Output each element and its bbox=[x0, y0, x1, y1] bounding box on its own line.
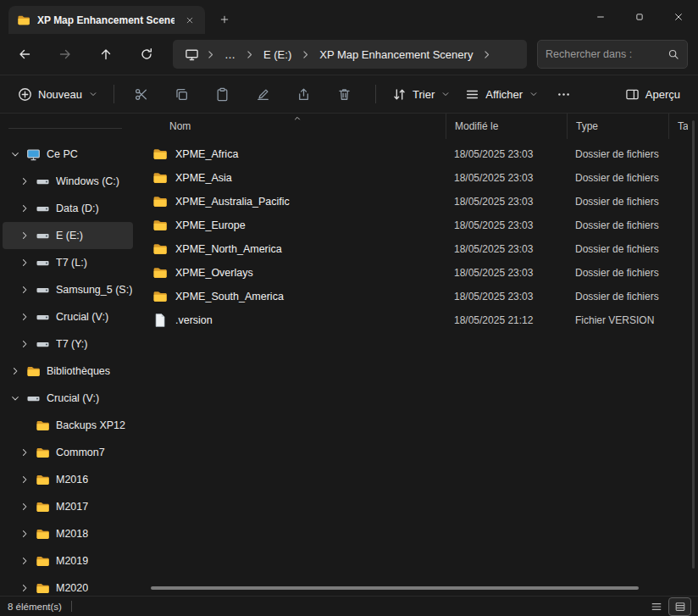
chevron-right-icon[interactable] bbox=[19, 474, 30, 485]
column-headers: Nom Modifié le Type Taille bbox=[149, 114, 688, 139]
file-name: .version bbox=[175, 314, 213, 326]
drive-icon bbox=[36, 256, 50, 270]
chevron-right-icon[interactable] bbox=[19, 556, 30, 566]
file-row[interactable]: XPME_South_America 18/05/2025 23:03 Doss… bbox=[149, 285, 688, 308]
folder-icon bbox=[152, 147, 168, 162]
chevron-right-icon[interactable] bbox=[19, 502, 30, 512]
drive-icon bbox=[36, 202, 50, 216]
sidebar-item-label: E (E:) bbox=[56, 230, 83, 241]
chevron-right-icon[interactable] bbox=[19, 339, 30, 349]
sidebar-item-t7-l[interactable]: T7 (L:) bbox=[3, 249, 133, 276]
chevron-right-icon[interactable] bbox=[19, 258, 30, 268]
minimize-icon bbox=[596, 12, 606, 22]
chevron-right-icon[interactable] bbox=[10, 366, 20, 376]
chevron-right-icon[interactable] bbox=[19, 529, 30, 539]
sidebar-item-data-d[interactable]: Data (D:) bbox=[3, 195, 133, 222]
file-name: XPME_Overlays bbox=[175, 267, 253, 279]
folder-icon bbox=[36, 581, 50, 596]
file-type: Dossier de fichiers bbox=[567, 196, 668, 208]
drive-icon bbox=[36, 310, 50, 325]
new-tab-button[interactable] bbox=[213, 8, 235, 31]
tab-title: XP Map Enhancement Scenery bbox=[37, 14, 174, 26]
folder-icon bbox=[36, 446, 50, 460]
file-row[interactable]: XPME_North_America 18/05/2025 23:03 Doss… bbox=[149, 237, 688, 261]
sidebar-item-m2020[interactable]: M2020 bbox=[3, 574, 133, 596]
drive-icon bbox=[36, 229, 50, 243]
sidebar-item-ce-pc[interactable]: Ce PC bbox=[3, 141, 133, 168]
sidebar-item-crucial-v-expanded[interactable]: Crucial (V:) bbox=[3, 385, 133, 412]
sidebar-item-m2017[interactable]: M2017 bbox=[3, 493, 133, 520]
drive-icon bbox=[36, 283, 50, 297]
chevron-right-icon[interactable] bbox=[19, 583, 30, 593]
sidebar-item-common7[interactable]: Common7 bbox=[3, 439, 133, 466]
folder-icon bbox=[152, 194, 168, 209]
file-modified: 18/05/2025 23:03 bbox=[446, 267, 567, 279]
pc-icon bbox=[26, 147, 41, 162]
drive-icon bbox=[36, 337, 50, 352]
sidebar-item-label: Ce PC bbox=[47, 148, 78, 160]
sidebar-item-bibliotheques[interactable]: Bibliothèques bbox=[3, 358, 133, 385]
chevron-right-icon[interactable] bbox=[19, 230, 30, 241]
file-name: XPME_Europe bbox=[175, 219, 246, 231]
sidebar-item-m2016[interactable]: M2016 bbox=[3, 466, 133, 493]
file-name: XPME_Australia_Pacific bbox=[175, 196, 290, 208]
file-type: Dossier de fichiers bbox=[567, 291, 668, 302]
maximize-icon bbox=[634, 12, 645, 22]
file-row[interactable]: XPME_Europe 18/05/2025 23:03 Dossier de … bbox=[149, 214, 688, 237]
sidebar-item-m2019[interactable]: M2019 bbox=[3, 547, 133, 574]
chevron-right-icon[interactable] bbox=[19, 176, 30, 186]
sidebar-item-samsung-5-s[interactable]: Samsung_5 (S:) bbox=[3, 276, 133, 303]
chevron-down-icon[interactable] bbox=[10, 149, 20, 159]
sidebar-item-e-drive[interactable]: E (E:) bbox=[3, 222, 133, 249]
file-row[interactable]: .version 18/05/2025 21:12 Fichier VERSIO… bbox=[149, 308, 688, 332]
sidebar-item-windows-c[interactable]: Windows (C:) bbox=[3, 168, 133, 195]
file-row[interactable]: XPME_Africa 18/05/2025 23:03 Dossier de … bbox=[149, 142, 688, 166]
sidebar-item-crucial-v[interactable]: Crucial (V:) bbox=[3, 303, 133, 330]
explorer-tab[interactable]: XP Map Enhancement Scenery bbox=[8, 6, 205, 34]
file-row[interactable]: XPME_Australia_Pacific 18/05/2025 23:03 … bbox=[149, 190, 688, 214]
horizontal-scrollbar[interactable] bbox=[151, 586, 639, 590]
file-type: Dossier de fichiers bbox=[567, 267, 668, 279]
file-list: Nom Modifié le Type Taille XPME_Africa 1… bbox=[136, 114, 698, 596]
forward-arrow-icon bbox=[58, 47, 72, 61]
file-name: XPME_Asia bbox=[175, 172, 232, 184]
file-modified: 18/05/2025 21:12 bbox=[446, 314, 567, 326]
folder-icon bbox=[152, 289, 168, 304]
chevron-right-icon[interactable] bbox=[19, 312, 30, 322]
file-name: XPME_North_America bbox=[175, 243, 282, 255]
chevron-right-icon[interactable] bbox=[19, 203, 30, 214]
file-type: Dossier de fichiers bbox=[567, 219, 668, 231]
minimize-button[interactable] bbox=[581, 0, 620, 34]
content-area: Ce PC Windows (C:) Data (D:) E (E:) T7 ( bbox=[0, 114, 698, 596]
file-modified: 18/05/2025 23:03 bbox=[446, 148, 567, 160]
sidebar-item-label: M2018 bbox=[56, 528, 88, 540]
folder-icon bbox=[152, 170, 168, 186]
vertical-scrollbar[interactable] bbox=[692, 120, 695, 569]
maximize-button[interactable] bbox=[620, 0, 659, 34]
chevron-right-icon[interactable] bbox=[19, 285, 30, 295]
sidebar-item-m2018[interactable]: M2018 bbox=[3, 520, 133, 547]
sidebar-item-label: M2016 bbox=[56, 474, 88, 486]
sidebar-item-t7-y[interactable]: T7 (Y:) bbox=[3, 330, 133, 358]
column-header-type[interactable]: Type bbox=[567, 114, 668, 139]
chevron-down-icon[interactable] bbox=[10, 393, 20, 403]
column-header-modified[interactable]: Modifié le bbox=[446, 114, 567, 139]
file-type: Fichier VERSION bbox=[567, 314, 668, 326]
file-row[interactable]: XPME_Asia 18/05/2025 23:03 Dossier de fi… bbox=[149, 166, 688, 190]
file-modified: 18/05/2025 23:03 bbox=[446, 291, 567, 302]
sidebar-item-label: M2019 bbox=[56, 555, 88, 567]
file-name: XPME_South_America bbox=[175, 291, 284, 302]
sidebar-divider bbox=[8, 128, 122, 129]
sidebar-item-label: Crucial (V:) bbox=[56, 311, 108, 323]
sidebar-item-backups-xp12[interactable]: Backups XP12 bbox=[3, 412, 133, 439]
tab-close-icon[interactable] bbox=[181, 12, 198, 29]
file-row[interactable]: XPME_Overlays 18/05/2025 23:03 Dossier d… bbox=[149, 261, 688, 285]
sidebar-item-label: M2020 bbox=[56, 582, 88, 594]
sidebar-item-label: Crucial (V:) bbox=[47, 392, 99, 404]
chevron-right-icon[interactable] bbox=[19, 447, 30, 458]
drive-icon bbox=[36, 175, 50, 189]
close-button[interactable] bbox=[659, 0, 698, 34]
close-icon bbox=[673, 12, 684, 22]
column-header-size[interactable]: Taille bbox=[668, 114, 688, 139]
sidebar-item-label: Common7 bbox=[56, 447, 105, 458]
